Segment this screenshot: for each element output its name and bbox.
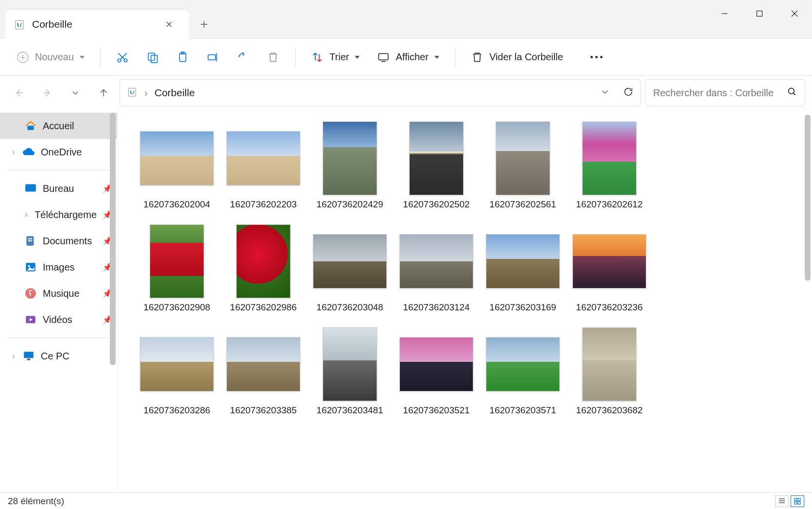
close-tab-button[interactable]: [161, 17, 177, 32]
file-thumbnail[interactable]: 1620736202004: [134, 121, 220, 210]
svg-rect-0: [16, 20, 23, 29]
sidebar-item-videos[interactable]: Vidéos 📌: [0, 306, 117, 333]
scissors-icon: [116, 51, 129, 64]
address-dropdown[interactable]: [601, 87, 609, 99]
recycle-bin-icon: [127, 86, 138, 100]
view-label: Afficher: [396, 51, 428, 63]
file-thumbnail[interactable]: 1620736203124: [394, 224, 479, 313]
file-thumbnail[interactable]: 1620736203286: [134, 327, 220, 416]
chevron-down-icon: [434, 56, 439, 59]
download-icon: [24, 208, 29, 221]
paste-button[interactable]: [170, 48, 196, 67]
toolbar-separator: [455, 47, 455, 68]
sidebar-label: Ce PC: [41, 351, 69, 362]
search-input[interactable]: [653, 87, 782, 99]
sort-button[interactable]: Trier: [304, 48, 366, 67]
sidebar-scrollbar[interactable]: [110, 113, 116, 365]
address-bar[interactable]: › Corbeille: [120, 79, 641, 106]
content-area: 1620736202004162073620220316207362024291…: [118, 110, 812, 492]
sidebar-divider: [8, 170, 109, 170]
forward-button[interactable]: [35, 81, 59, 105]
view-button[interactable]: Afficher: [370, 48, 446, 67]
svg-rect-24: [795, 498, 797, 501]
new-tab-button[interactable]: [190, 10, 219, 39]
navigation-bar: › Corbeille: [0, 76, 812, 110]
svg-rect-22: [24, 352, 34, 358]
documents-icon: [24, 235, 37, 247]
file-name: 1620736203682: [576, 405, 642, 416]
file-thumbnail[interactable]: 1620736202203: [221, 121, 306, 210]
search-icon[interactable]: [787, 87, 797, 99]
search-box[interactable]: [645, 79, 805, 106]
file-thumbnail[interactable]: 1620736202502: [394, 121, 479, 210]
window-controls: [707, 0, 812, 27]
chevron-right-icon: ›: [11, 148, 17, 156]
file-thumbnail[interactable]: 1620736202429: [307, 121, 393, 210]
sidebar-item-home[interactable]: Accueil: [0, 113, 117, 139]
sidebar-item-thispc[interactable]: › Ce PC: [0, 343, 117, 369]
more-button[interactable]: [584, 53, 609, 61]
file-thumbnail[interactable]: 1620736202612: [567, 121, 652, 210]
copy-button[interactable]: [139, 48, 166, 67]
cut-button[interactable]: [109, 48, 136, 67]
videos-icon: [24, 313, 37, 326]
file-thumbnail[interactable]: 1620736203169: [480, 224, 566, 313]
new-button[interactable]: Nouveau: [10, 48, 91, 67]
file-thumbnail[interactable]: 1620736203236: [567, 224, 652, 313]
svg-rect-17: [28, 240, 33, 241]
toolbar: Nouveau Trier Afficher Vider la Corbeill…: [0, 39, 812, 76]
thumbnails-view-button[interactable]: [791, 495, 804, 507]
music-icon: [24, 287, 37, 300]
delete-button[interactable]: [260, 48, 286, 67]
sidebar-label: Téléchargeme: [35, 209, 97, 221]
cloud-icon: [22, 146, 35, 158]
content-scrollbar[interactable]: [805, 115, 811, 281]
maximize-button[interactable]: [742, 0, 777, 27]
close-window-button[interactable]: [777, 0, 812, 27]
refresh-button[interactable]: [623, 86, 634, 100]
sidebar-item-downloads[interactable]: Téléchargeme 📌: [0, 202, 117, 228]
file-thumbnail[interactable]: 1620736202561: [480, 121, 566, 210]
up-button[interactable]: [91, 81, 116, 105]
details-view-button[interactable]: [775, 495, 789, 507]
file-thumbnail[interactable]: 1620736202908: [134, 224, 220, 313]
svg-rect-6: [151, 55, 157, 62]
recycle-bin-icon: [14, 18, 25, 30]
back-button[interactable]: [7, 81, 31, 105]
empty-recycle-button[interactable]: Vider la Corbeille: [464, 48, 570, 67]
file-thumbnail[interactable]: 1620736203571: [480, 327, 566, 416]
sidebar-item-music[interactable]: Musique 📌: [0, 280, 117, 306]
file-thumbnail[interactable]: 1620736203048: [307, 224, 393, 313]
file-thumbnail[interactable]: 1620736203521: [394, 327, 479, 416]
tab-corbeille[interactable]: Corbeille: [5, 10, 190, 39]
sidebar-label: Vidéos: [43, 314, 72, 325]
recent-locations-button[interactable]: [63, 81, 87, 105]
monitor-icon: [22, 350, 35, 362]
svg-rect-26: [795, 502, 797, 504]
svg-rect-1: [757, 11, 762, 17]
file-thumbnail[interactable]: 1620736203385: [221, 327, 306, 416]
share-button[interactable]: [230, 48, 256, 67]
svg-point-12: [789, 88, 795, 94]
sidebar-item-desktop[interactable]: Bureau 📌: [0, 175, 117, 202]
thumbnail-image: [582, 121, 637, 195]
sidebar-item-onedrive[interactable]: › OneDrive: [0, 139, 117, 165]
toolbar-separator: [295, 47, 295, 68]
svg-rect-11: [129, 88, 136, 96]
file-thumbnail[interactable]: 1620736203682: [567, 327, 652, 416]
trash-icon: [471, 51, 484, 64]
file-thumbnail[interactable]: 1620736202986: [221, 224, 306, 313]
chevron-down-icon: [355, 56, 360, 59]
empty-label: Vider la Corbeille: [489, 51, 563, 63]
file-name: 1620736202561: [489, 199, 556, 210]
share-icon: [237, 51, 249, 64]
file-thumbnail[interactable]: 1620736203481: [307, 327, 393, 416]
sidebar-item-documents[interactable]: Documents 📌: [0, 228, 117, 254]
plus-circle-icon: [17, 51, 29, 64]
thumbnail-image: [486, 234, 560, 288]
sidebar-item-images[interactable]: Images 📌: [0, 254, 117, 280]
svg-rect-25: [798, 498, 800, 501]
breadcrumb-location[interactable]: Corbeille: [155, 87, 195, 99]
rename-button[interactable]: [200, 48, 226, 67]
minimize-button[interactable]: [707, 0, 742, 27]
